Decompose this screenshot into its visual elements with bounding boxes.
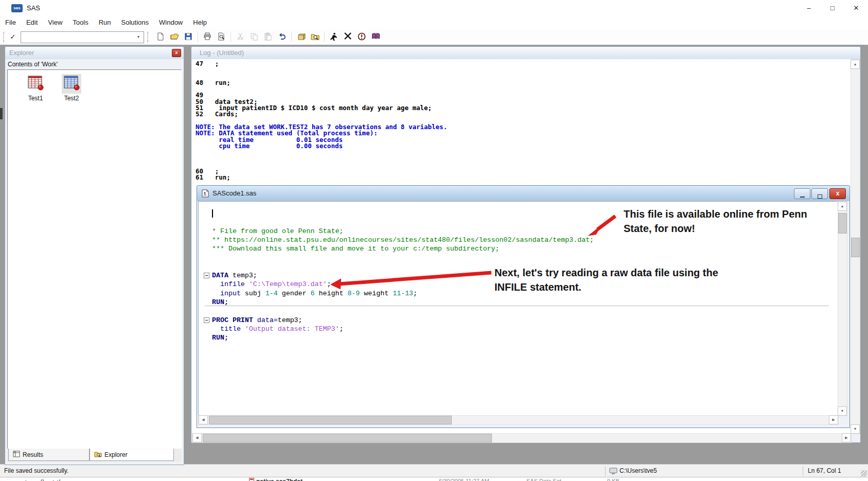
log-vscroll-thumb[interactable]	[851, 238, 860, 257]
explorer-contents: Test1Test2	[7, 69, 182, 449]
strip-file-size: 9 KB	[607, 478, 619, 481]
log-hscrollbar[interactable]: ◀ ▶	[192, 433, 852, 443]
background-window-strip: essary to reflect the native.sas7bdat 6/…	[0, 477, 868, 481]
code-line[interactable]: *** Download this small file and move it…	[204, 244, 831, 253]
toolbar-grip2[interactable]	[147, 32, 150, 42]
cut-icon[interactable]	[234, 31, 246, 43]
menu-run[interactable]: Run	[94, 16, 116, 29]
explorer-titlebar[interactable]: Explorer x	[5, 47, 184, 59]
editor-hscrollbar[interactable]: ◀ ▶	[198, 415, 839, 425]
strip-file-date: 6/30/2005 11:27 AM	[439, 478, 489, 481]
log-titlebar[interactable]: Log - (Untitled)	[191, 47, 860, 59]
toolbar-grip[interactable]	[3, 32, 6, 42]
code-line[interactable]: PROC PRINT data=temp3;	[204, 316, 831, 325]
maximize-button[interactable]: □	[821, 0, 844, 16]
minimize-button[interactable]: –	[797, 0, 821, 16]
scroll-down-icon[interactable]: ▼	[851, 424, 860, 434]
log-hscroll-thumb[interactable]	[203, 434, 492, 442]
explorer-window: Explorer x Contents of 'Work' Test1Test2…	[5, 46, 184, 465]
close-button[interactable]: ✕	[844, 0, 868, 16]
code-line[interactable]	[204, 253, 831, 262]
command-input[interactable]	[22, 32, 132, 42]
log-line: 52 Cards;	[196, 111, 447, 117]
text-caret	[212, 209, 213, 218]
explorer-tabs: ResultsExplorer	[7, 449, 182, 462]
restore-icon[interactable]	[811, 188, 828, 199]
scroll-down-icon[interactable]: ▼	[838, 406, 847, 416]
code-line[interactable]	[204, 307, 831, 315]
scroll-up-icon[interactable]: ▲	[838, 202, 847, 211]
main-titlebar: sas SAS – □ ✕	[0, 0, 868, 17]
save-icon[interactable]	[182, 31, 194, 43]
collapse-icon[interactable]	[204, 273, 209, 278]
explorer-header: Contents of 'Work'	[8, 61, 58, 68]
sas-logo-icon: sas	[11, 4, 23, 12]
editor-vscrollbar[interactable]: ▲ ▼	[838, 201, 847, 416]
new-library-icon[interactable]	[295, 31, 307, 43]
menu-file[interactable]: File	[0, 16, 21, 29]
code-line[interactable]: title 'Output dataset: TEMP3';	[204, 325, 831, 333]
editor-hscroll-thumb[interactable]	[209, 416, 452, 424]
clear-all-icon[interactable]	[342, 31, 354, 43]
status-bar: File saved successfully. C:\Users\tve5 L…	[0, 464, 868, 477]
collapse-icon[interactable]	[204, 317, 209, 323]
code-line[interactable]: RUN;	[204, 333, 831, 342]
menu-solutions[interactable]: Solutions	[116, 16, 154, 29]
minimize-icon[interactable]	[794, 188, 810, 199]
scroll-up-icon[interactable]: ▲	[851, 60, 860, 69]
copy-icon[interactable]	[248, 31, 260, 43]
check-icon[interactable]: ✓	[7, 32, 19, 42]
dataset-test1[interactable]: Test1	[19, 74, 52, 102]
close-icon[interactable]: x	[829, 188, 846, 199]
log-line	[196, 86, 447, 92]
table-icon	[62, 74, 81, 94]
dataset-test2[interactable]: Test2	[55, 74, 88, 102]
print-icon[interactable]	[201, 31, 214, 43]
toolbar-separator	[198, 32, 198, 42]
log-line	[196, 67, 447, 73]
undo-icon[interactable]	[276, 31, 288, 43]
chevron-down-icon[interactable]: ▼	[134, 32, 143, 41]
editor-vscroll-thumb[interactable]	[838, 213, 847, 234]
break-icon[interactable]	[356, 31, 368, 43]
explorer-icon	[94, 451, 102, 459]
status-message: File saved successfully.	[4, 467, 68, 474]
new-document-icon[interactable]	[154, 31, 167, 43]
paste-icon[interactable]	[262, 31, 274, 43]
working-directory[interactable]: C:\Users\tve5	[619, 467, 657, 474]
explorer-icon[interactable]	[309, 31, 321, 43]
menu-window[interactable]: Window	[154, 16, 188, 29]
cursor-position: Ln 67, Col 1	[808, 467, 841, 474]
editor-file-icon	[201, 189, 209, 198]
print-preview-icon[interactable]	[215, 31, 227, 43]
menu-help[interactable]: Help	[188, 16, 212, 29]
scroll-left-icon[interactable]: ◀	[192, 433, 202, 442]
menu-view[interactable]: View	[43, 16, 67, 29]
scroll-right-icon[interactable]: ▶	[829, 415, 838, 424]
editor-titlebar[interactable]: SAScode1.sas x	[197, 186, 849, 201]
log-line: 60 ;	[196, 168, 447, 174]
log-title: Log - (Untitled)	[191, 49, 244, 57]
scroll-right-icon[interactable]: ▶	[842, 433, 851, 442]
log-vscrollbar[interactable]: ▲ ▼	[851, 59, 860, 434]
command-combobox[interactable]: ▼	[21, 31, 144, 43]
submit-icon[interactable]	[328, 31, 340, 43]
close-icon[interactable]: x	[172, 49, 181, 57]
code-line[interactable]: ** https://online.stat.psu.edu/onlinecou…	[204, 236, 831, 244]
log-line	[196, 162, 447, 168]
tab-results[interactable]: Results	[8, 449, 90, 461]
open-folder-icon[interactable]	[168, 31, 181, 43]
toolbar-separator	[231, 32, 231, 42]
menu-tools[interactable]: Tools	[67, 16, 93, 29]
scroll-left-icon[interactable]: ◀	[199, 415, 208, 424]
toolbar: ✓ ▼	[0, 29, 868, 45]
results-icon	[13, 451, 20, 459]
mdi-workspace: Explorer x Contents of 'Work' Test1Test2…	[0, 45, 868, 464]
tab-explorer[interactable]: Explorer	[90, 449, 174, 461]
menu-edit[interactable]: Edit	[21, 16, 43, 29]
help-book-icon[interactable]	[369, 31, 382, 43]
resize-grip[interactable]	[861, 470, 867, 476]
annotation-penn-state: This file is available online from Penn …	[624, 207, 807, 236]
toolbar-separator	[291, 32, 292, 42]
directory-icon	[609, 468, 617, 475]
